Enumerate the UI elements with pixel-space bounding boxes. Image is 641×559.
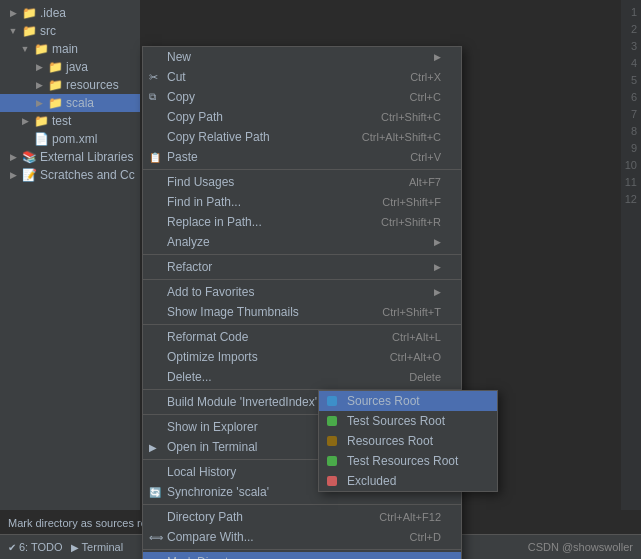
terminal-status[interactable]: ▶ Terminal <box>71 541 124 553</box>
menu-item-delete[interactable]: Delete... Delete <box>143 367 461 387</box>
menu-label: Paste <box>167 150 198 164</box>
menu-label: Compare With... <box>167 530 254 544</box>
submenu-item-test-resources-root[interactable]: Test Resources Root <box>319 451 497 471</box>
line-number: 4 <box>621 55 641 72</box>
scratch-icon: 📝 <box>22 168 36 182</box>
line-number: 2 <box>621 21 641 38</box>
arrow-icon: ▶ <box>8 8 18 18</box>
shortcut-label: Ctrl+Shift+T <box>382 306 441 318</box>
tree-item-ext-libs[interactable]: ▶ 📚 External Libraries <box>0 148 140 166</box>
csdn-branding: CSDN @showswoller <box>528 541 633 553</box>
shortcut-label: Ctrl+Alt+L <box>392 331 441 343</box>
shortcut-label: Ctrl+X <box>410 71 441 83</box>
submenu-label: Test Resources Root <box>347 454 458 468</box>
file-tree: ▶ 📁 .idea ▼ 📁 src ▼ 📁 main ▶ 📁 java ▶ 📁 … <box>0 0 140 510</box>
menu-label: Copy <box>167 90 195 104</box>
menu-item-directory-path[interactable]: Directory Path Ctrl+Alt+F12 <box>143 507 461 527</box>
arrow-icon: ▶ <box>8 170 18 180</box>
menu-label: Find in Path... <box>167 195 241 209</box>
tree-item-pom[interactable]: ▶ 📄 pom.xml <box>0 130 140 148</box>
todo-label: 6: TODO <box>19 541 63 553</box>
menu-item-cut[interactable]: ✂ Cut Ctrl+X <box>143 67 461 87</box>
menu-label: Optimize Imports <box>167 350 258 364</box>
shortcut-label: Ctrl+Shift+R <box>381 216 441 228</box>
line-number: 3 <box>621 38 641 55</box>
menu-item-compare-with[interactable]: ⟺ Compare With... Ctrl+D <box>143 527 461 547</box>
tree-item-scratches[interactable]: ▶ 📝 Scratches and Cc <box>0 166 140 184</box>
terminal-icon: ▶ <box>149 442 157 453</box>
shortcut-label: Ctrl+D <box>410 531 441 543</box>
menu-item-new[interactable]: New <box>143 47 461 67</box>
menu-item-mark-directory[interactable]: Mark Directory as <box>143 552 461 559</box>
menu-item-optimize-imports[interactable]: Optimize Imports Ctrl+Alt+O <box>143 347 461 367</box>
paste-icon: 📋 <box>149 152 161 163</box>
menu-item-replace-in-path[interactable]: Replace in Path... Ctrl+Shift+R <box>143 212 461 232</box>
line-number: 8 <box>621 123 641 140</box>
menu-item-thumbnails[interactable]: Show Image Thumbnails Ctrl+Shift+T <box>143 302 461 322</box>
menu-label: Mark Directory as <box>167 555 261 559</box>
menu-item-reformat[interactable]: Reformat Code Ctrl+Alt+L <box>143 327 461 347</box>
tree-label: .idea <box>40 6 66 20</box>
line-number: 7 <box>621 106 641 123</box>
submenu-item-resources-root[interactable]: Resources Root <box>319 431 497 451</box>
submenu-item-test-sources-root[interactable]: Test Sources Root <box>319 411 497 431</box>
menu-item-copy-path[interactable]: Copy Path Ctrl+Shift+C <box>143 107 461 127</box>
separator <box>143 549 461 550</box>
terminal-label: Terminal <box>82 541 124 553</box>
shortcut-label: Ctrl+Shift+F <box>382 196 441 208</box>
menu-label: Find Usages <box>167 175 234 189</box>
cut-icon: ✂ <box>149 71 158 84</box>
submenu-item-sources-root[interactable]: Sources Root <box>319 391 497 411</box>
csdn-text: CSDN @showswoller <box>528 541 633 553</box>
tree-label: java <box>66 60 88 74</box>
menu-item-add-favorites[interactable]: Add to Favorites <box>143 282 461 302</box>
tree-label: test <box>52 114 71 128</box>
test-sources-root-icon <box>327 416 337 426</box>
shortcut-label: Ctrl+Alt+F12 <box>379 511 441 523</box>
todo-status[interactable]: ✔ 6: TODO <box>8 541 63 553</box>
tree-item-src[interactable]: ▼ 📁 src <box>0 22 140 40</box>
submenu-label: Test Sources Root <box>347 414 445 428</box>
tree-item-java[interactable]: ▶ 📁 java <box>0 58 140 76</box>
menu-label: Open in Terminal <box>167 440 258 454</box>
menu-item-copy-relative-path[interactable]: Copy Relative Path Ctrl+Alt+Shift+C <box>143 127 461 147</box>
shortcut-label: Ctrl+V <box>410 151 441 163</box>
menu-label: Analyze <box>167 235 210 249</box>
terminal-status-icon: ▶ <box>71 542 79 553</box>
shortcut-label: Ctrl+C <box>410 91 441 103</box>
tree-item-idea[interactable]: ▶ 📁 .idea <box>0 4 140 22</box>
menu-label: Show in Explorer <box>167 420 258 434</box>
tree-label: src <box>40 24 56 38</box>
folder-icon: 📁 <box>48 60 62 74</box>
menu-item-find-in-path[interactable]: Find in Path... Ctrl+Shift+F <box>143 192 461 212</box>
separator <box>143 254 461 255</box>
submenu-item-excluded[interactable]: Excluded <box>319 471 497 491</box>
menu-item-analyze[interactable]: Analyze <box>143 232 461 252</box>
line-number: 9 <box>621 140 641 157</box>
todo-icon: ✔ <box>8 542 16 553</box>
menu-item-refactor[interactable]: Refactor <box>143 257 461 277</box>
tree-item-resources[interactable]: ▶ 📁 resources <box>0 76 140 94</box>
tree-item-scala[interactable]: ▶ 📁 scala <box>0 94 140 112</box>
shortcut-label: Alt+F7 <box>409 176 441 188</box>
folder-icon: 📁 <box>34 114 48 128</box>
sources-root-icon <box>327 396 337 406</box>
menu-label: Directory Path <box>167 510 243 524</box>
shortcut-label: Ctrl+Alt+O <box>390 351 441 363</box>
menu-item-find-usages[interactable]: Find Usages Alt+F7 <box>143 172 461 192</box>
tree-item-main[interactable]: ▼ 📁 main <box>0 40 140 58</box>
tree-item-test[interactable]: ▶ 📁 test <box>0 112 140 130</box>
menu-item-paste[interactable]: 📋 Paste Ctrl+V <box>143 147 461 167</box>
menu-item-copy[interactable]: ⧉ Copy Ctrl+C <box>143 87 461 107</box>
mark-directory-submenu: Sources Root Test Sources Root Resources… <box>318 390 498 492</box>
bottom-info-text: Mark directory as sources root <box>8 517 156 529</box>
separator <box>143 504 461 505</box>
line-number: 5 <box>621 72 641 89</box>
menu-label: Synchronize 'scala' <box>167 485 269 499</box>
sync-icon: 🔄 <box>149 487 161 498</box>
arrow-icon: ▶ <box>34 98 44 108</box>
menu-label: Add to Favorites <box>167 285 254 299</box>
arrow-icon: ▶ <box>34 80 44 90</box>
folder-icon: 📁 <box>48 78 62 92</box>
tree-label: pom.xml <box>52 132 97 146</box>
